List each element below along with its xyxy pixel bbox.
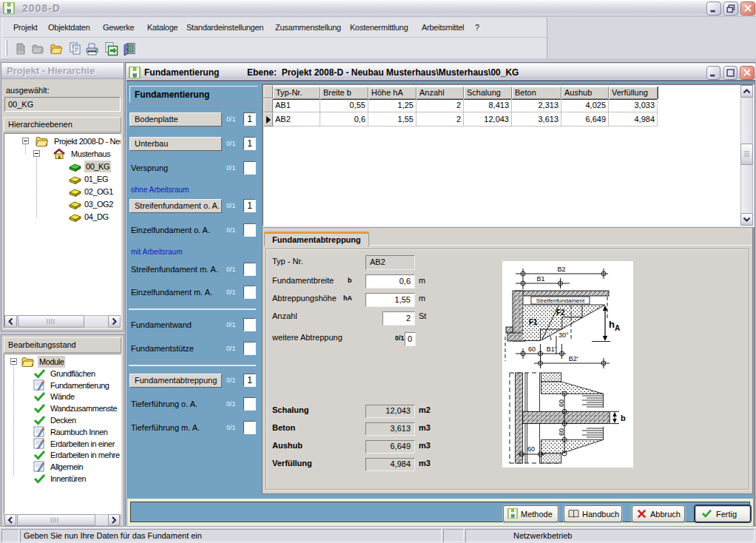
svg-text:M: M (511, 513, 515, 518)
svg-text:60: 60 (558, 428, 565, 436)
svg-text:A: A (615, 324, 620, 332)
svg-text:B1: B1 (536, 275, 544, 283)
svg-text:b: b (621, 414, 626, 422)
svg-text:F1: F1 (529, 318, 538, 326)
svg-text:Streifenfundament: Streifenfundament (536, 297, 585, 304)
svg-text:60: 60 (528, 345, 536, 353)
svg-text:h: h (609, 319, 615, 330)
svg-text:F2: F2 (556, 308, 565, 317)
svg-text:B1': B1' (547, 345, 556, 353)
svg-text:60: 60 (527, 445, 535, 453)
svg-text:B2: B2 (557, 266, 565, 273)
svg-text:60: 60 (558, 399, 565, 407)
svg-text:30°: 30° (558, 331, 569, 339)
svg-text:M: M (7, 8, 11, 13)
svg-text:B2': B2' (569, 355, 578, 362)
